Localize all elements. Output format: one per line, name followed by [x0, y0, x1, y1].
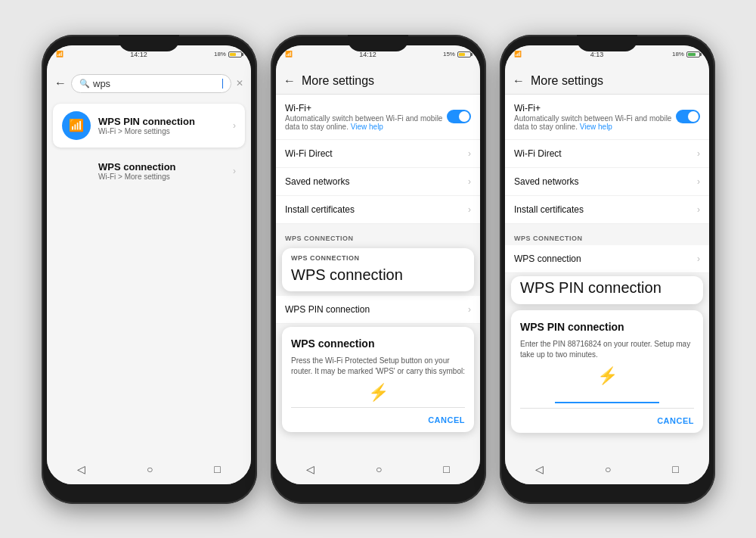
wifi-plus-text-3: Wi-Fi+ Automatically switch between Wi-F… — [514, 103, 676, 131]
signal-icon-3: 📶 — [514, 51, 522, 58]
settings-title-3: More settings — [531, 74, 603, 88]
wifi-plus-item[interactable]: Wi-Fi+ Automatically switch between Wi-F… — [276, 95, 480, 140]
search-icon: 🔍 — [79, 79, 90, 89]
wps-pin-card-title-3: WPS PIN connection — [511, 276, 703, 304]
dialog-actions-2: CANCEL — [291, 412, 465, 424]
phone-2: 📶 14:12 15% ← More settings Wi-Fi+ Autom… — [271, 35, 486, 504]
phone-nav-1: ◁ ○ □ — [47, 457, 251, 484]
dialog-title-2: WPS connection — [291, 337, 465, 350]
saved-networks-item-2[interactable]: Saved networks › — [276, 168, 480, 196]
phone-nav-2: ◁ ○ □ — [276, 457, 480, 484]
wifi-plus-section: Wi-Fi+ Automatically switch between Wi-F… — [276, 95, 480, 140]
search-query: wps — [93, 78, 219, 89]
wps-connection-item-3[interactable]: WPS connection › — [505, 245, 709, 273]
battery-area-1: 18% — [214, 51, 242, 58]
wifi-plus-toggle-3[interactable] — [676, 110, 700, 123]
wps-section-label-2: WPS CONNECTION — [276, 229, 480, 245]
chevron-saved-2: › — [468, 176, 471, 187]
wps-connection-highlight-2[interactable]: WPS CONNECTION WPS connection — [282, 248, 474, 291]
back-arrow-3[interactable]: ← — [513, 74, 525, 88]
chevron-certs-3: › — [697, 204, 700, 215]
wps-pin-highlight-3[interactable]: WPS PIN connection — [511, 276, 703, 304]
battery-area-2: 15% — [443, 51, 471, 58]
battery-icon-3 — [686, 51, 700, 58]
view-help-link-2[interactable]: View help — [351, 123, 383, 131]
phone-3-screen: 📶 4:13 18% ← More settings Wi-Fi+ Automa… — [505, 45, 709, 484]
search-result-secondary[interactable]: WPS connection Wi-Fi > More settings › — [53, 155, 245, 187]
back-arrow-1[interactable]: ← — [54, 76, 67, 90]
wifi-plus-sub: Automatically switch between Wi-Fi and m… — [285, 114, 447, 131]
status-time-2: 14:12 — [359, 51, 376, 58]
saved-networks-item-3[interactable]: Saved networks › — [505, 168, 709, 196]
wifi-plus-text: Wi-Fi+ Automatically switch between Wi-F… — [285, 103, 447, 131]
nav-back-3[interactable]: ◁ — [535, 463, 544, 475]
wifi-plus-toggle-2[interactable] — [447, 110, 471, 123]
battery-area-3: 18% — [672, 51, 700, 58]
wifi-direct-item-3[interactable]: Wi-Fi Direct › — [505, 140, 709, 168]
text-cursor — [222, 79, 224, 89]
search-header: ← 🔍 wps ✕ — [47, 68, 251, 99]
wps-card-title-2: WPS connection — [282, 263, 474, 291]
cancel-button-2[interactable]: CANCEL — [428, 415, 465, 424]
wifi-plus-item-3[interactable]: Wi-Fi+ Automatically switch between Wi-F… — [505, 95, 709, 140]
battery-pct-1: 18% — [214, 51, 226, 58]
result-secondary-sub: Wi-Fi > More settings — [98, 173, 225, 181]
phone-2-screen: 📶 14:12 15% ← More settings Wi-Fi+ Autom… — [276, 45, 480, 484]
result-primary-title: WPS PIN connection — [98, 116, 225, 127]
chevron-wifi-direct-3: › — [697, 148, 700, 159]
status-time-1: 14:12 — [130, 51, 147, 58]
nav-home-2[interactable]: ○ — [376, 463, 382, 475]
screen-content-2: Wi-Fi+ Automatically switch between Wi-F… — [276, 95, 480, 457]
back-arrow-2[interactable]: ← — [284, 74, 296, 88]
chevron-wps-3: › — [697, 253, 700, 264]
wps-dialog-2: WPS connection Press the Wi-Fi Protected… — [282, 327, 474, 432]
install-certs-item-2[interactable]: Install certificates › — [276, 196, 480, 224]
install-certs-item-3[interactable]: Install certificates › — [505, 196, 709, 224]
chevron-wifi-direct-2: › — [468, 148, 471, 159]
chevron-icon: › — [233, 120, 236, 131]
result-primary-sub: Wi-Fi > More settings — [98, 127, 225, 135]
nav-back-2[interactable]: ◁ — [306, 463, 314, 475]
cancel-button-3[interactable]: CANCEL — [657, 416, 694, 425]
clear-search-icon[interactable]: ✕ — [236, 78, 243, 89]
wifi-direct-item-2[interactable]: Wi-Fi Direct › — [276, 140, 480, 168]
nav-back-1[interactable]: ◁ — [77, 463, 85, 475]
dialog-divider-2 — [291, 407, 465, 408]
wps-symbol-2: ⚡ — [291, 383, 465, 403]
nav-home-3[interactable]: ○ — [605, 463, 611, 475]
search-result-primary[interactable]: 📶 WPS PIN connection Wi-Fi > More settin… — [53, 104, 245, 148]
battery-icon-1 — [228, 51, 242, 58]
nav-recent-2[interactable]: □ — [443, 463, 449, 475]
settings-title-2: More settings — [302, 74, 374, 88]
dialog-title-3: WPS PIN connection — [520, 321, 694, 333]
wps-symbol-3: ⚡ — [520, 366, 694, 386]
wifi-plus-section-3: Wi-Fi+ Automatically switch between Wi-F… — [505, 95, 709, 140]
result-primary-text: WPS PIN connection Wi-Fi > More settings — [98, 116, 225, 135]
wps-card-label-2: WPS CONNECTION — [282, 248, 474, 263]
dialog-actions-3: CANCEL — [520, 413, 694, 425]
wifi-plus-label-3: Wi-Fi+ — [514, 103, 676, 114]
result-secondary-text: WPS connection Wi-Fi > More settings — [98, 161, 225, 181]
search-box[interactable]: 🔍 wps — [71, 74, 231, 93]
nav-recent-3[interactable]: □ — [672, 463, 678, 475]
settings-menu-3: Wi-Fi Direct › Saved networks › Install … — [505, 140, 709, 224]
chevron-wps-pin-2: › — [468, 304, 471, 315]
nav-recent-1[interactable]: □ — [214, 463, 220, 475]
wps-section-label-3: WPS CONNECTION — [505, 229, 709, 245]
chevron-icon-2: › — [233, 166, 236, 176]
result-secondary-title: WPS connection — [98, 161, 225, 173]
pin-input-3[interactable] — [555, 390, 659, 403]
status-time-3: 4:13 — [590, 51, 604, 58]
signal-icon-2: 📶 — [285, 51, 293, 58]
status-bar-3: 📶 4:13 18% — [505, 45, 709, 62]
dialog-body-3: Enter the PIN 88716824 on your router. S… — [520, 339, 694, 360]
chevron-certs-2: › — [468, 204, 471, 215]
battery-pct-2: 15% — [443, 51, 455, 58]
settings-header-3: ← More settings — [505, 68, 709, 95]
dialog-body-2: Press the Wi-Fi Protected Setup button o… — [291, 356, 465, 377]
status-bar-1: 📶 14:12 18% — [47, 45, 251, 62]
wifi-plus-label: Wi-Fi+ — [285, 103, 447, 114]
wps-pin-item-2[interactable]: WPS PIN connection › — [276, 296, 480, 324]
nav-home-1[interactable]: ○ — [147, 463, 153, 475]
view-help-link-3[interactable]: View help — [580, 123, 612, 131]
